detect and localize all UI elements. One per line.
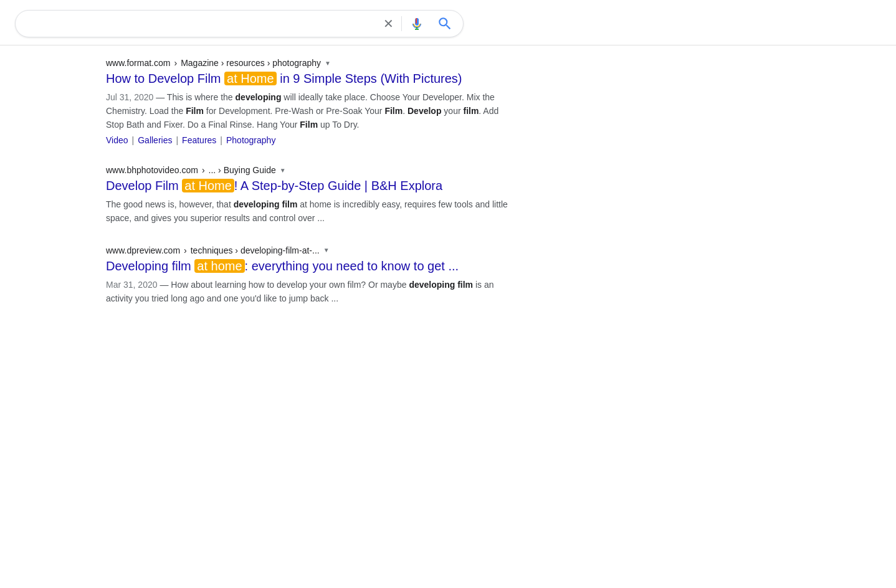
result-title-highlight: at home (194, 259, 244, 273)
clear-icon[interactable]: ✕ (383, 16, 394, 31)
result-title-link[interactable]: How to Develop Film at Home in 9 Simple … (106, 70, 511, 87)
result-title-link[interactable]: Develop Film at Home! A Step-by-Step Gui… (106, 178, 511, 194)
result-url-row: www.format.com › Magazine › resources › … (106, 58, 511, 68)
result-snippet: Mar 31, 2020 — How about learning how to… (106, 278, 511, 305)
url-dropdown-icon[interactable]: ▼ (325, 60, 331, 67)
result-title-link[interactable]: Developing film at home: everything you … (106, 258, 511, 274)
url-dropdown-icon[interactable]: ▼ (280, 167, 286, 174)
result-url-row: www.dpreview.com › techniques › developi… (106, 245, 511, 255)
result-sitelinks: Video | Galleries | Features | Photograp… (106, 135, 511, 145)
result-snippet: Jul 31, 2020 — This is where the develop… (106, 90, 511, 131)
result-title-text2: : everything you need to know to get ... (245, 259, 459, 273)
result-breadcrumb: › (184, 245, 187, 255)
result-title-text: Develop Film (106, 179, 182, 192)
result-sitelink-video[interactable]: Video (106, 135, 128, 145)
result-date: Jul 31, 2020 (106, 92, 153, 102)
result-url: www.format.com (106, 58, 170, 68)
results-container: www.format.com › Magazine › resources › … (0, 45, 896, 338)
microphone-icon[interactable] (409, 16, 424, 31)
result-title-text2: in 9 Simple Steps (With Pictures) (277, 72, 462, 85)
result-title-highlight: at Home (182, 179, 234, 192)
result-url-row: www.bhphotovideo.com › ... › Buying Guid… (106, 165, 511, 175)
result-title-text2: ! A Step-by-Step Guide | B&H Explora (234, 179, 442, 192)
result-breadcrumb-path: techniques › developing-film-at-... (191, 245, 320, 255)
result-snippet: The good news is, however, that developi… (106, 197, 511, 225)
result-url: www.bhphotovideo.com (106, 165, 198, 175)
search-bar-container: how to develop film ✕ (0, 0, 896, 45)
url-dropdown-icon[interactable]: ▼ (323, 247, 330, 254)
result-date: Mar 31, 2020 (106, 280, 158, 290)
result-url: www.dpreview.com (106, 245, 180, 255)
search-input[interactable]: how to develop film (26, 17, 383, 31)
result-item: www.bhphotovideo.com › ... › Buying Guid… (106, 165, 511, 225)
search-divider (401, 16, 402, 31)
search-icons: ✕ (383, 16, 453, 32)
result-sitelink-features[interactable]: Features (182, 135, 216, 145)
result-title-text: Developing film (106, 259, 194, 273)
result-title-text: How to Develop Film (106, 72, 224, 85)
result-breadcrumb-path: Magazine › resources › photography (181, 58, 321, 68)
result-item: www.format.com › Magazine › resources › … (106, 58, 511, 145)
result-breadcrumb-path: ... › Buying Guide (209, 165, 276, 175)
result-sitelink-galleries[interactable]: Galleries (138, 135, 172, 145)
svg-rect-1 (416, 18, 417, 24)
search-button-icon[interactable] (437, 16, 453, 32)
search-bar: how to develop film ✕ (15, 10, 464, 37)
result-item: www.dpreview.com › techniques › developi… (106, 245, 511, 305)
result-breadcrumb: › (174, 58, 177, 68)
result-breadcrumb: › (202, 165, 205, 175)
result-sitelink-photography[interactable]: Photography (226, 135, 275, 145)
result-title-highlight: at Home (224, 72, 277, 85)
